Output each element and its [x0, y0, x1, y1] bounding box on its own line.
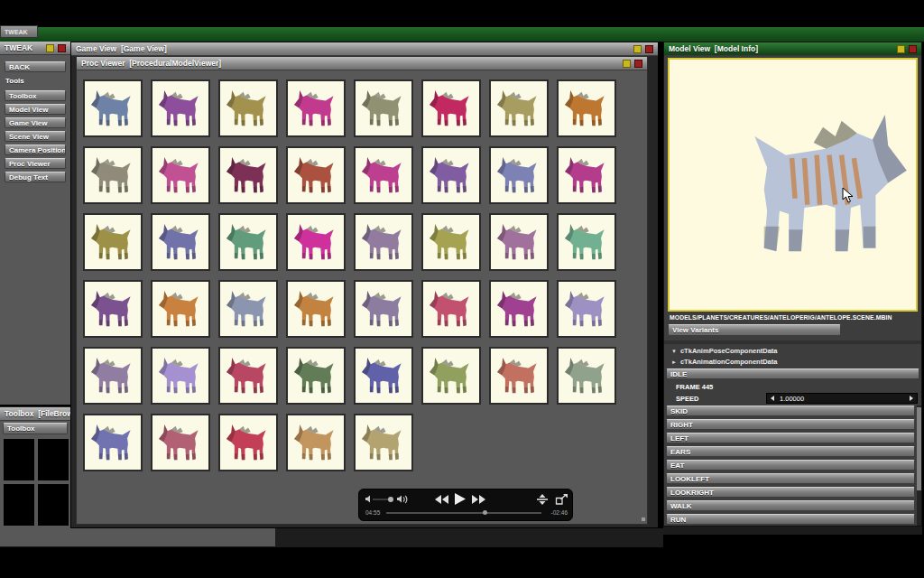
creature-thumbnail[interactable]	[557, 79, 616, 137]
expand-icon[interactable]	[537, 494, 548, 505]
anim-button-eat[interactable]: EAT	[666, 460, 915, 471]
creature-thumbnail[interactable]	[83, 146, 143, 204]
creature-thumbnail[interactable]	[354, 146, 413, 204]
rewind-button[interactable]	[435, 495, 448, 504]
creature-thumbnail[interactable]	[557, 213, 616, 271]
sidebar-item-proc-viewer[interactable]: Proc Viewer	[5, 158, 66, 169]
creature-thumbnail[interactable]	[489, 280, 549, 338]
file-thumbnail[interactable]	[38, 484, 69, 526]
component-row-animation[interactable]: ► cTkAnimationComponentData	[671, 358, 777, 366]
speed-spinner[interactable]: 1.00000	[766, 393, 918, 404]
back-button[interactable]: BACK	[5, 61, 66, 72]
creature-thumbnail[interactable]	[557, 347, 616, 405]
creature-thumbnail[interactable]	[218, 414, 278, 471]
creature-thumbnail[interactable]	[218, 213, 278, 271]
file-thumbnail[interactable]	[38, 439, 69, 480]
creature-thumbnail[interactable]	[557, 146, 616, 204]
creature-thumbnail[interactable]	[489, 79, 549, 137]
model-view-titlebar[interactable]: Model View [Model Info]	[664, 42, 921, 56]
progress-track[interactable]	[386, 512, 541, 514]
creature-thumbnail[interactable]	[151, 146, 210, 204]
play-button[interactable]	[455, 493, 466, 505]
file-thumbnail[interactable]	[4, 484, 34, 526]
creature-thumbnail[interactable]	[286, 280, 346, 338]
anim-button-idle[interactable]: IDLE	[666, 368, 919, 379]
model-3d-viewport[interactable]	[668, 58, 918, 312]
fast-forward-button[interactable]	[472, 495, 485, 504]
tweak-titlebar[interactable]: TWEAK	[0, 42, 70, 55]
creature-thumbnail[interactable]	[218, 347, 278, 405]
creature-thumbnail[interactable]	[421, 347, 481, 405]
anim-button-right[interactable]: RIGHT	[666, 419, 915, 430]
creature-thumbnail[interactable]	[489, 347, 549, 405]
creature-thumbnail[interactable]	[218, 280, 278, 338]
creature-thumbnail[interactable]	[218, 146, 278, 204]
sidebar-item-debug-text[interactable]: Debug Text	[5, 172, 66, 182]
close-button[interactable]	[645, 45, 653, 53]
creature-thumbnail[interactable]	[286, 146, 346, 204]
creature-thumbnail[interactable]	[286, 347, 346, 405]
creature-thumbnail[interactable]	[83, 213, 143, 271]
anim-button-ears[interactable]: EARS	[666, 446, 915, 457]
resize-grip[interactable]	[642, 517, 645, 521]
creature-thumbnail[interactable]	[286, 414, 346, 471]
creature-thumbnail[interactable]	[354, 280, 413, 338]
creature-thumbnail[interactable]	[83, 79, 143, 137]
creature-thumbnail[interactable]	[151, 213, 210, 271]
anim-button-left[interactable]: LEFT	[666, 433, 915, 443]
anim-button-run[interactable]: RUN	[666, 514, 915, 525]
sidebar-item-model-view[interactable]: Model View	[5, 104, 66, 115]
creature-thumbnail[interactable]	[286, 79, 346, 137]
decrement-arrow-icon[interactable]	[771, 396, 774, 401]
game-view-titlebar[interactable]: Game View [Game View]	[71, 42, 658, 56]
creature-thumbnail[interactable]	[354, 213, 413, 271]
creature-thumbnail[interactable]	[354, 347, 413, 405]
creature-thumbnail[interactable]	[421, 79, 481, 137]
close-button[interactable]	[634, 60, 642, 68]
creature-thumbnail[interactable]	[83, 280, 143, 338]
close-button[interactable]	[909, 45, 917, 53]
creature-thumbnail[interactable]	[83, 414, 143, 471]
creature-thumbnail[interactable]	[421, 146, 481, 204]
component-row-animpose[interactable]: ▼ cTkAnimPoseComponentData	[671, 347, 777, 355]
creature-thumbnail[interactable]	[286, 213, 346, 271]
minimize-button[interactable]	[623, 60, 631, 68]
creature-thumbnail[interactable]	[151, 280, 210, 338]
close-button[interactable]	[58, 44, 66, 52]
increment-arrow-icon[interactable]	[910, 396, 913, 401]
share-icon[interactable]	[555, 494, 568, 505]
sidebar-item-game-view[interactable]: Game View	[5, 117, 66, 128]
creature-thumbnail[interactable]	[557, 280, 616, 338]
progress-knob[interactable]	[483, 510, 487, 515]
creature-thumbnail[interactable]	[421, 213, 481, 271]
sidebar-item-camera-position[interactable]: Camera Position	[5, 144, 66, 155]
sidebar-item-scene-view[interactable]: Scene View	[5, 131, 66, 142]
file-thumbnail[interactable]	[4, 439, 34, 480]
creature-thumbnail[interactable]	[489, 213, 549, 271]
creature-thumbnail[interactable]	[421, 280, 481, 338]
view-variants-button[interactable]: View Variants	[668, 324, 841, 336]
minimize-button[interactable]	[46, 44, 54, 52]
toolbox-button[interactable]: Toolbox	[3, 423, 68, 434]
creature-thumbnail[interactable]	[354, 414, 413, 471]
creature-thumbnail[interactable]	[151, 79, 210, 137]
creature-thumbnail[interactable]	[489, 146, 549, 204]
creature-thumbnail[interactable]	[218, 79, 278, 137]
creature-thumbnail[interactable]	[354, 79, 413, 137]
minimize-button[interactable]	[633, 45, 642, 53]
creature-thumbnail[interactable]	[151, 414, 210, 471]
sidebar-item-toolbox[interactable]: Toolbox	[5, 90, 66, 101]
anim-button-lookright[interactable]: LOOKRIGHT	[666, 487, 915, 498]
creature-thumbnail[interactable]	[83, 347, 143, 405]
tweak-dock-tab[interactable]: TWEAK	[0, 25, 38, 38]
proc-viewer-titlebar[interactable]: Proc Viewer [ProceduralModelViewer]	[77, 57, 647, 70]
creature-render	[87, 150, 139, 201]
anim-button-lookleft[interactable]: LOOKLEFT	[666, 473, 915, 484]
scrollbar[interactable]	[917, 406, 921, 526]
minimize-button[interactable]	[897, 45, 905, 53]
anim-button-walk[interactable]: WALK	[666, 500, 915, 511]
scrollbar-thumb[interactable]	[917, 407, 921, 490]
creature-thumbnail[interactable]	[151, 347, 210, 405]
anim-button-skid[interactable]: SKID	[666, 406, 915, 416]
volume-control[interactable]	[364, 494, 411, 505]
